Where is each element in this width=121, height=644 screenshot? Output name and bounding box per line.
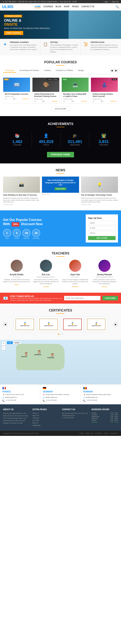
- login-link[interactable]: Login: [104, 0, 108, 3]
- navbar: ULMS HOME COURSES BLOG SHOP PAGES CONTAC…: [0, 3, 121, 10]
- achievements-inner: ACHIEVEMENTS 📚 1,462 courses 👤 491,819 p…: [3, 122, 118, 157]
- address: 350 5th Ave, New York, NY 10118, United …: [18, 0, 57, 3]
- tab-next-button[interactable]: ▶: [114, 69, 118, 72]
- course-badge-ielts: Free: [4, 78, 9, 80]
- discount-section: Get Our Popular Courses With 30% Discoun…: [0, 210, 121, 246]
- certificates-title: CERTIFICATES: [3, 309, 118, 312]
- france-phone-item: 📞 +1 312-736-2106: [2, 400, 38, 402]
- nav-shop[interactable]: SHOP: [64, 6, 69, 8]
- map-tab-satellite[interactable]: Satellite: [13, 342, 21, 344]
- tab-cookery[interactable]: Cookery: [42, 68, 53, 72]
- footer-link-blog-list[interactable]: Blog List: [32, 422, 59, 424]
- news-text-3: Praesent sed lorem eu nisi tincidunt lac…: [81, 197, 118, 203]
- teacher-avatar-jeremy: [98, 260, 111, 272]
- news-divider: [56, 173, 65, 174]
- countdown-hours-value: 5: [13, 229, 21, 237]
- map-zoom-out-button[interactable]: −: [1, 346, 6, 350]
- nav-pages[interactable]: PAGES: [72, 6, 79, 8]
- footer-time-monday: 8:30 - 18:00: [111, 412, 118, 414]
- footer-link-about[interactable]: About Us: [32, 412, 59, 414]
- tab-children[interactable]: Courses For Children: [54, 68, 75, 72]
- achievements-divider: [56, 127, 65, 127]
- france-phone: +1 312-736-2106: [5, 400, 16, 401]
- cert-next-button[interactable]: ▶: [114, 322, 118, 326]
- cert-dot-3[interactable]: [62, 334, 63, 335]
- hero-cta-button[interactable]: FREE COURSES: [4, 31, 23, 35]
- news-title-1: Team Building As New Way To Success: [3, 194, 40, 196]
- certification-icon: 📜: [83, 41, 89, 47]
- nav-blog[interactable]: BLOG: [55, 6, 61, 8]
- footer-hours-friday: Friday 8:30 - 18:00: [92, 420, 118, 421]
- footer-bottom-home[interactable]: HOME: [79, 432, 84, 434]
- discount-title-part3: Discount Now: [21, 222, 43, 226]
- footer-bottom-contacts[interactable]: CONTACTS: [110, 432, 118, 434]
- cert-prev-button[interactable]: ◀: [3, 322, 7, 326]
- news-overlay-2: New methodologies in foreign language te…: [42, 176, 79, 193]
- countdown-days-label: days: [3, 238, 11, 239]
- cert-dot-2[interactable]: [60, 334, 61, 335]
- course-card-java: Free 💻 Broaden Your Coding With a Cupful…: [62, 78, 89, 104]
- comment-icon: 💬: [101, 100, 103, 102]
- logo[interactable]: ULMS: [2, 4, 13, 9]
- feature-trending-title: TRENDING COURSES: [10, 41, 38, 43]
- nav-home[interactable]: HOME: [35, 6, 41, 8]
- footer-bottom-shop[interactable]: SHOP: [104, 432, 108, 434]
- cert-inner-4: 🏅 CERTIFICATE: [87, 318, 106, 330]
- course-info-ielts: IELTS Preparation Courses Global Course …: [3, 92, 30, 101]
- footer-time-friday: 8:30 - 18:00: [111, 420, 118, 421]
- map-tab-map[interactable]: Map: [7, 342, 13, 344]
- nav-courses[interactable]: COURSES: [43, 6, 53, 8]
- news-read-more-button[interactable]: READ MORE: [55, 188, 66, 190]
- signup-email-input[interactable]: [88, 226, 116, 230]
- footer-link-blog-grid[interactable]: Blog Grid: [32, 415, 59, 416]
- hero-title: ONLINE &ONSITE: [4, 18, 50, 27]
- map-zoom-in-button[interactable]: +: [1, 342, 6, 346]
- news-title-3: Top 10 Strategic Technology Trends: [81, 194, 118, 196]
- map-controls: + −: [1, 342, 6, 350]
- tab-prev-button[interactable]: ◀: [110, 69, 114, 72]
- cert-card-3: 🥇 CERTIFICATE: [61, 317, 84, 332]
- tab-nav-arrows: ◀ ▶: [110, 69, 118, 72]
- footer-extra: EXTRA PAGES About Us Blog Grid Vacancies…: [32, 408, 59, 427]
- certificates-divider: [56, 313, 65, 314]
- achievements-grid: 📚 1,462 courses 👤 491,819 pupils 🎓 311,4…: [3, 131, 118, 148]
- stay-tuned-input[interactable]: [64, 296, 101, 300]
- france-label: FRANCE: [21, 356, 27, 358]
- footer-link-typography[interactable]: Typography: [32, 424, 59, 426]
- footer-link-shop[interactable]: Our Shop: [32, 420, 59, 421]
- cert-seal-4: 🏅: [95, 322, 98, 325]
- france-phone-icon: 📞: [2, 400, 5, 402]
- footer-about-title: ABOUT US: [3, 408, 29, 410]
- signup-name-input[interactable]: [88, 221, 116, 225]
- footer-link-vacancies[interactable]: Vacancies: [32, 417, 59, 419]
- cert-title-2: CERTIFICATE: [44, 325, 53, 326]
- germany-address-icon: 📍: [43, 394, 45, 396]
- footer-address-line: 350 5th Ave, New York, NY 10118, US: [62, 412, 89, 414]
- footer-day-saturday: Saturday: [92, 421, 97, 423]
- cert-dot-1[interactable]: [58, 334, 59, 335]
- stay-tuned-subtitle: Subscribe and receive weekly newsletter …: [10, 298, 62, 301]
- nav-contact[interactable]: CONTACT US: [81, 6, 94, 8]
- tab-all-courses[interactable]: All Courses: [3, 68, 16, 72]
- discount-signup-box: Sign Up Now GET IT NOW: [86, 214, 118, 242]
- course-title-java: Broaden Your Coding With a Cupful of Jav…: [63, 93, 87, 98]
- heart-icon: ♥: [93, 101, 93, 102]
- subscribe-button[interactable]: SUBSCRIBE: [103, 296, 118, 300]
- cert-inner-2: 🏅 CERTIFICATE: [39, 318, 58, 330]
- news-date-1: 17 May 2, 2016: [3, 204, 40, 205]
- signup-phone-input[interactable]: [88, 231, 116, 235]
- footer-bottom-about[interactable]: ABOUT US: [86, 432, 93, 434]
- show-more-button[interactable]: SHOW MORE: [51, 106, 70, 111]
- tab-accounting[interactable]: Accounting And Finance: [17, 68, 41, 72]
- teachers-icon: 👨‍🏫: [91, 133, 116, 138]
- search-icon[interactable]: 🔍: [116, 5, 119, 8]
- purchase-theme-button[interactable]: PURCHASE THEME: [47, 152, 74, 157]
- footer-bottom-courses[interactable]: COURSES: [95, 432, 102, 434]
- news-card-3: 💡 Top 10 Strategic Technology Trends Pra…: [81, 176, 118, 205]
- footer-time-wednesday: 8:30 - 18:00: [111, 416, 118, 417]
- tab-design[interactable]: Design: [76, 68, 86, 72]
- course-card-fashion: $3.90 👗 Fashion Design (Online Short Cou…: [91, 78, 118, 104]
- signup-link[interactable]: Sign Up: [112, 0, 118, 3]
- signup-submit-button[interactable]: GET IT NOW: [88, 236, 116, 240]
- course-thumb-java: Free 💻: [62, 78, 89, 92]
